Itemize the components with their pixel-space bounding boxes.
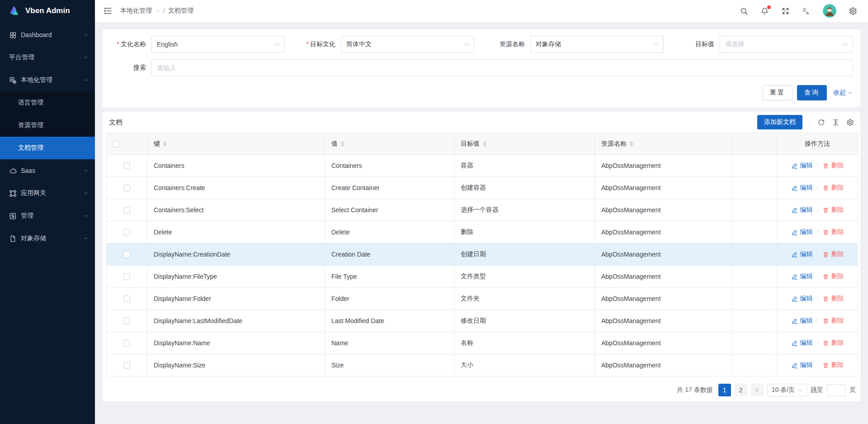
edit-button[interactable]: 编辑 [791,162,813,170]
avatar[interactable] [823,4,836,18]
cell-actions: 编辑 删除 [777,266,858,288]
edit-button[interactable]: 编辑 [791,206,813,214]
delete-button[interactable]: 删除 [822,361,844,369]
page-button-1[interactable]: 2 [735,384,747,396]
column-header-target-value[interactable]: 目标值 [454,133,595,155]
delete-button[interactable]: 删除 [822,184,844,192]
row-checkbox-cell [107,221,147,243]
sidebar-item-language-management[interactable]: 语言管理 [0,91,95,114]
edit-button[interactable]: 编辑 [791,228,813,236]
next-page-button[interactable] [751,384,764,396]
select-all-checkbox[interactable] [113,141,120,148]
row-checkbox[interactable] [123,162,130,169]
row-checkbox[interactable] [123,318,130,324]
topbar-actions: 文A [740,4,857,18]
reset-button[interactable]: 重置 [763,85,793,100]
delete-button[interactable]: 删除 [822,272,844,281]
culture-name-select[interactable]: English [151,36,285,53]
column-header-resource-name[interactable]: 资源名称 [595,133,733,155]
cell-empty [733,288,777,310]
refresh-icon[interactable] [817,119,825,126]
fullscreen-icon[interactable] [781,7,790,15]
bell-icon[interactable] [760,7,769,15]
row-checkbox[interactable] [123,185,130,191]
delete-icon [822,340,829,347]
edit-button[interactable]: 编辑 [791,339,813,347]
column-header-value[interactable]: 值 [325,133,454,155]
page-size-select[interactable]: 10 条/页 [767,384,807,396]
documents-table: 键 值 目标值 资源名称 操作方法 Containers [106,133,858,376]
row-checkbox[interactable] [123,207,130,214]
sidebar-item-object-storage[interactable]: 对象存储 [0,227,95,250]
translate-icon: 文A [802,7,811,15]
jump-page-input[interactable] [827,384,846,396]
page-button-0[interactable]: 1 [718,384,731,396]
sidebar-item-saas[interactable]: Saas [0,159,95,182]
delete-icon [822,185,829,191]
delete-icon [822,162,829,169]
delete-button[interactable]: 删除 [822,250,844,258]
sort-icon[interactable] [163,141,167,147]
edit-button[interactable]: 编辑 [791,250,813,258]
delete-button[interactable]: 删除 [822,228,844,236]
delete-button[interactable]: 删除 [822,206,844,214]
sidebar-item-platform-management[interactable]: 平台管理 [0,46,95,69]
collapse-filter-button[interactable]: 收起 [833,89,853,97]
row-checkbox[interactable] [123,340,130,347]
target-value-select[interactable]: 请选择 [720,36,853,53]
chevron-down-icon [83,55,89,60]
delete-button[interactable]: 删除 [822,295,844,303]
edit-button[interactable]: 编辑 [791,361,813,369]
table-toolbar: 文档 添加新文档 [106,112,857,133]
app-logo[interactable]: Vben Admin [0,0,95,22]
sidebar-item-management[interactable]: 管理 [0,205,95,227]
row-checkbox[interactable] [123,251,130,258]
cell-target-value: 大小 [454,354,595,376]
settings-icon[interactable] [846,119,854,126]
translate-icon[interactable]: 文A [802,7,811,15]
row-checkbox[interactable] [123,362,130,369]
table-row: DisplayName:FileType File Type 文件类型 AbpO… [107,266,858,288]
sidebar-item-dashboard[interactable]: Dashboard [0,24,95,46]
column-header-key[interactable]: 键 [147,133,325,155]
target-culture-select[interactable]: 简体中文 [341,36,474,53]
cell-resource-name: AbpOssManagement [595,243,733,266]
chevron-up-icon [83,77,89,83]
cell-actions: 编辑 删除 [777,177,858,199]
settings-icon[interactable] [849,7,857,15]
edit-button[interactable]: 编辑 [791,184,813,192]
query-button[interactable]: 查询 [797,85,827,100]
edit-button[interactable]: 编辑 [791,317,813,325]
sort-icon[interactable] [341,141,344,147]
sidebar-item-resource-management[interactable]: 资源管理 [0,114,95,137]
edit-button[interactable]: 编辑 [791,295,813,303]
delete-button[interactable]: 删除 [822,317,844,325]
sidebar-item-localization-management[interactable]: 本地化管理 [0,69,95,91]
search-input[interactable] [151,59,853,76]
delete-button[interactable]: 删除 [822,162,844,170]
sidebar-collapse-button[interactable] [103,6,112,15]
cell-key: DisplayName:Name [147,332,325,354]
sidebar-item-app-gateway[interactable]: 应用网关 [0,182,95,205]
cell-key: DisplayName:Folder [147,288,325,310]
vben-logo-icon [7,4,21,18]
app-root: Vben Admin Dashboard 平台管理 本地化管理 [0,0,868,424]
sort-icon[interactable] [630,141,633,147]
cell-actions: 编辑 删除 [777,354,858,376]
sidebar-item-document-management[interactable]: 文档管理 [0,137,95,159]
search-icon[interactable] [740,7,748,15]
breadcrumb-caret[interactable] [155,9,160,14]
cell-actions: 编辑 删除 [777,221,858,243]
row-checkbox[interactable] [123,295,130,302]
select-caret-icon [653,41,658,46]
resource-name-select[interactable]: 对象存储 [530,36,664,53]
delete-button[interactable]: 删除 [822,339,844,347]
cell-target-value: 修改日期 [454,310,595,332]
row-checkbox[interactable] [123,273,130,280]
row-height-icon[interactable] [832,119,840,126]
row-checkbox[interactable] [123,229,130,236]
edit-button[interactable]: 编辑 [791,272,813,281]
sort-icon[interactable] [483,141,486,147]
add-document-button[interactable]: 添加新文档 [757,115,802,129]
breadcrumb-parent[interactable]: 本地化管理 [120,7,152,15]
